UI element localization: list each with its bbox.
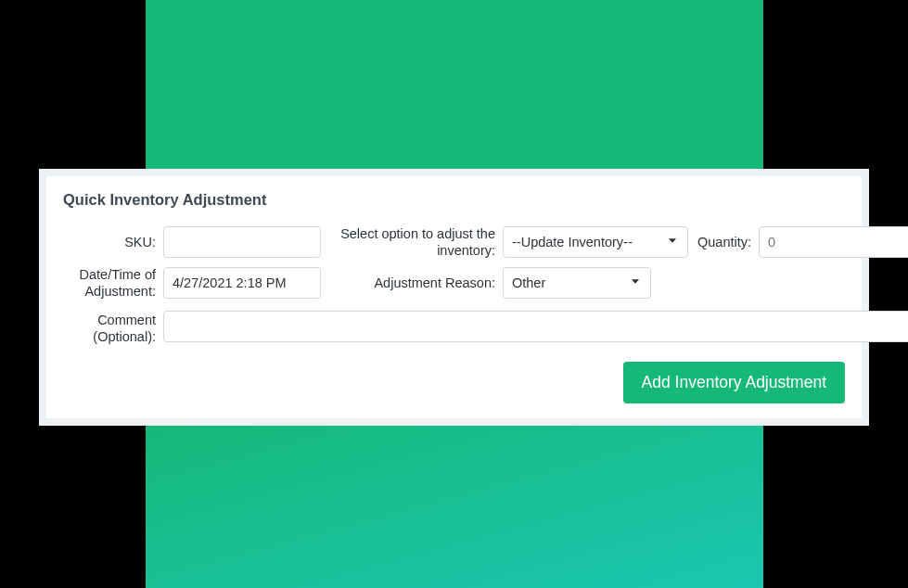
- form-grid: SKU: Select option to adjust the invento…: [63, 225, 845, 345]
- panel-title: Quick Inventory Adjustment: [63, 191, 845, 209]
- reason-select-wrap: Other: [503, 267, 651, 299]
- sku-input[interactable]: [163, 226, 321, 258]
- inventory-option-select[interactable]: --Update Inventory--: [503, 226, 688, 258]
- sku-label: SKU:: [63, 234, 156, 250]
- datetime-label: Date/Time of Adjustment:: [63, 266, 156, 300]
- add-inventory-adjustment-button[interactable]: Add Inventory Adjustment: [623, 362, 845, 403]
- inventory-option-select-wrap: --Update Inventory--: [503, 226, 688, 258]
- quick-inventory-panel: Quick Inventory Adjustment SKU: Select o…: [46, 176, 862, 418]
- comment-textarea[interactable]: [163, 311, 908, 342]
- reason-select[interactable]: Other: [503, 267, 651, 299]
- datetime-input[interactable]: [163, 267, 321, 299]
- button-row: Add Inventory Adjustment: [63, 362, 845, 403]
- panel-container: Quick Inventory Adjustment SKU: Select o…: [39, 169, 869, 426]
- comment-label: Comment (Optional):: [63, 308, 156, 345]
- reason-label: Adjustment Reason:: [328, 275, 495, 291]
- inventory-option-label: Select option to adjust the inventory:: [328, 225, 495, 259]
- quantity-label: Quantity:: [696, 234, 751, 250]
- quantity-input[interactable]: [759, 226, 908, 258]
